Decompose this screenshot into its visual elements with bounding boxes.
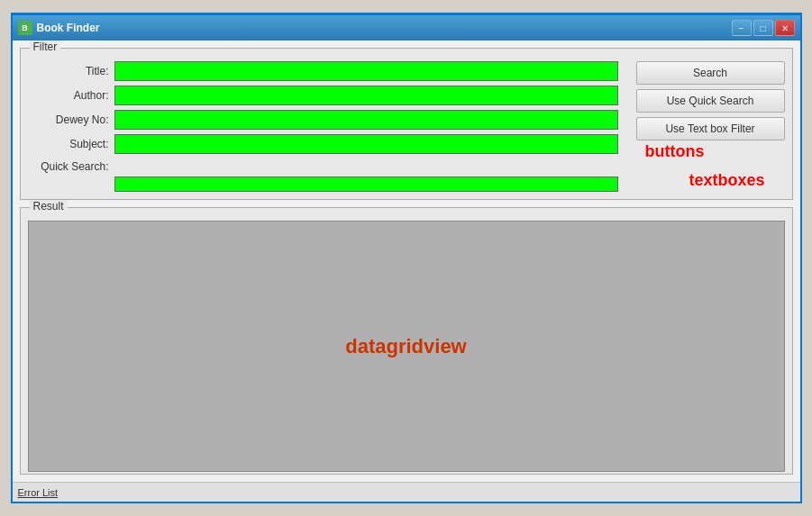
filter-buttons: Search Use Quick Search Use Text box Fil… xyxy=(636,61,785,140)
title-bar-controls: − □ ✕ xyxy=(732,20,795,36)
title-bar: B Book Finder − □ ✕ xyxy=(13,15,800,41)
datagridview: datagridview xyxy=(28,221,785,472)
annotation-buttons: buttons xyxy=(645,142,705,161)
title-row: Title: xyxy=(28,61,618,81)
filter-legend: Filter xyxy=(30,41,61,53)
dewey-label: Dewey No: xyxy=(28,113,109,126)
result-legend: Result xyxy=(30,200,68,213)
quicksearch-input[interactable] xyxy=(114,177,618,192)
annotation-textboxes: textboxes xyxy=(689,171,764,190)
quick-search-button[interactable]: Use Quick Search xyxy=(636,89,785,113)
dewey-row: Dewey No: xyxy=(28,110,618,130)
filter-section: Filter Title: Author: De xyxy=(20,48,793,200)
author-label: Author: xyxy=(28,89,109,102)
title-input[interactable] xyxy=(114,61,618,81)
title-label: Title: xyxy=(28,65,109,77)
author-row: Author: xyxy=(28,86,618,105)
maximize-button[interactable]: □ xyxy=(753,20,773,36)
author-input[interactable] xyxy=(114,86,618,105)
window-title: Book Finder xyxy=(37,22,100,34)
window-body: Filter Title: Author: De xyxy=(13,41,800,482)
datagridview-label: datagridview xyxy=(345,335,466,358)
quick-search-label-row: Quick Search: xyxy=(28,160,618,173)
filter-content: Title: Author: Dewey No: S xyxy=(28,61,785,192)
quick-search-row: Quick Search: xyxy=(28,160,618,192)
text-filter-button[interactable]: Use Text box Filter xyxy=(636,117,785,140)
quicksearch-label: Quick Search: xyxy=(28,160,109,173)
minimize-button[interactable]: − xyxy=(732,20,752,36)
close-button[interactable]: ✕ xyxy=(775,20,795,36)
subject-row: Subject: xyxy=(28,134,618,154)
dewey-input[interactable] xyxy=(114,110,618,130)
main-window: B Book Finder − □ ✕ Filter Title: xyxy=(11,13,802,503)
title-bar-left: B Book Finder xyxy=(18,21,100,35)
status-bar: Error List xyxy=(13,482,800,502)
subject-input[interactable] xyxy=(114,134,618,154)
subject-label: Subject: xyxy=(28,138,109,150)
app-icon: B xyxy=(18,21,32,35)
filter-fields: Title: Author: Dewey No: S xyxy=(28,61,618,192)
result-section: Result datagridview xyxy=(20,207,793,475)
status-text[interactable]: Error List xyxy=(18,487,59,498)
search-button[interactable]: Search xyxy=(636,61,785,85)
